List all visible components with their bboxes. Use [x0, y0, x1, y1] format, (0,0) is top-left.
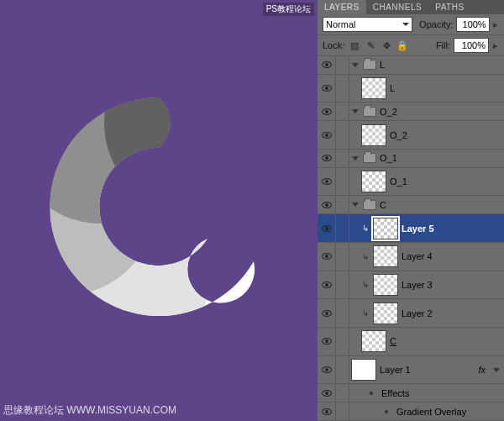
layer-layer4[interactable]: ↳ Layer 4 — [318, 243, 504, 271]
link-column[interactable] — [336, 75, 349, 103]
layer-thumbnail[interactable] — [373, 218, 398, 239]
layer-name-label[interactable]: C — [390, 336, 396, 346]
visibility-toggle[interactable] — [318, 56, 336, 74]
link-column — [336, 384, 349, 402]
visibility-toggle[interactable] — [318, 196, 336, 213]
eye-icon — [322, 408, 332, 415]
layer-name-label[interactable]: Layer 1 — [380, 365, 411, 375]
layer-group-L[interactable]: L — [318, 56, 504, 75]
effects-row[interactable]: Effects — [318, 384, 504, 403]
visibility-toggle[interactable] — [318, 243, 336, 271]
layer-O2[interactable]: O_2 — [318, 121, 504, 150]
layer-name-label[interactable]: O_2 — [390, 130, 407, 140]
layer-group-O1[interactable]: O_1 — [318, 150, 504, 168]
layer-thumbnail[interactable] — [373, 303, 398, 324]
visibility-toggle[interactable] — [318, 121, 336, 149]
visibility-toggle[interactable] — [318, 356, 336, 384]
lock-label: Lock: — [323, 40, 344, 50]
link-column[interactable] — [336, 299, 349, 327]
bullet-icon — [385, 410, 388, 413]
lock-image-pixels-button[interactable]: ✎ — [364, 39, 377, 52]
lock-position-button[interactable]: ✥ — [380, 39, 393, 52]
layer-name-label[interactable]: Layer 5 — [402, 224, 434, 234]
fx-badge[interactable]: fx — [478, 365, 486, 375]
layer-layer3[interactable]: ↳ Layer 3 — [318, 271, 504, 300]
opacity-input[interactable]: 100% — [456, 17, 489, 32]
layer-thumbnail[interactable] — [361, 330, 386, 352]
layer-layer5[interactable]: ↳ Layer 5 — [318, 214, 504, 243]
visibility-toggle[interactable] — [318, 150, 336, 167]
visibility-toggle[interactable] — [318, 328, 336, 355]
clipping-mask-icon: ↳ — [361, 280, 370, 289]
layer-name-label[interactable]: L — [380, 60, 385, 70]
link-column[interactable] — [336, 328, 349, 355]
disclosure-triangle-icon[interactable] — [351, 108, 360, 116]
link-column[interactable] — [336, 150, 349, 167]
opacity-value: 100% — [463, 19, 486, 29]
layer-list[interactable]: L L O_2 O_2 — [318, 56, 504, 421]
layer-L[interactable]: L — [318, 75, 504, 103]
watermark-bottom-left: 思缘教程论坛 WWW.MISSYUAN.COM — [3, 403, 176, 418]
eye-icon — [322, 338, 332, 345]
layer-O1[interactable]: O_1 — [318, 168, 504, 197]
layer-thumbnail[interactable] — [361, 77, 386, 99]
overlay-site-badge: PS教程论坛 — [263, 3, 314, 16]
layer-name-label[interactable]: O_1 — [380, 153, 397, 163]
link-column[interactable] — [336, 214, 349, 242]
link-column[interactable] — [336, 168, 349, 196]
link-column[interactable] — [336, 271, 349, 299]
effect-name-label: Gradient Overlay — [396, 407, 466, 417]
link-column[interactable] — [336, 243, 349, 271]
tab-paths[interactable]: PATHS — [428, 0, 470, 14]
layer-name-label[interactable]: L — [390, 83, 395, 93]
visibility-toggle[interactable] — [318, 103, 336, 120]
eye-icon — [322, 253, 332, 260]
tab-layers[interactable]: LAYERS — [318, 0, 366, 14]
disclosure-triangle-icon[interactable] — [351, 201, 360, 209]
fx-disclosure-icon[interactable] — [492, 366, 501, 374]
link-column[interactable] — [336, 103, 349, 120]
link-column[interactable] — [336, 121, 349, 149]
layer-layer2[interactable]: ↳ Layer 2 — [318, 299, 504, 328]
visibility-toggle[interactable] — [318, 384, 336, 402]
layer-thumbnail[interactable] — [361, 124, 386, 146]
layer-thumbnail[interactable] — [373, 274, 398, 296]
opacity-flyout-icon[interactable]: ▸ — [493, 19, 499, 30]
svg-point-4 — [104, 89, 276, 215]
fill-flyout-icon[interactable]: ▸ — [492, 40, 499, 51]
link-column[interactable] — [336, 356, 349, 384]
visibility-toggle[interactable] — [318, 214, 336, 242]
lock-transparent-pixels-button[interactable]: ▧ — [348, 39, 361, 52]
blend-mode-select[interactable]: Normal — [323, 17, 412, 32]
folder-icon — [363, 153, 376, 163]
layer-name-label[interactable]: C — [380, 200, 386, 210]
layer-group-C[interactable]: C — [318, 196, 504, 214]
visibility-toggle[interactable] — [318, 75, 336, 103]
visibility-toggle[interactable] — [318, 271, 336, 299]
effect-gradient-overlay-row[interactable]: Gradient Overlay — [318, 403, 504, 421]
layer-thumbnail[interactable] — [351, 359, 376, 381]
layer-name-label[interactable]: Layer 4 — [402, 251, 433, 261]
document-canvas[interactable]: PS教程论坛 思缘教程论坛 WWW.MISSYUAN.COM — [0, 0, 318, 421]
link-column[interactable] — [336, 56, 349, 74]
layer-name-label[interactable]: Layer 3 — [402, 280, 433, 290]
disclosure-triangle-icon[interactable] — [351, 154, 360, 162]
lock-all-button[interactable]: 🔒 — [396, 39, 409, 52]
layer-name-label[interactable]: Layer 2 — [402, 308, 433, 318]
eye-icon — [322, 366, 332, 373]
visibility-toggle[interactable] — [318, 403, 336, 420]
opacity-label: Opacity: — [419, 19, 453, 29]
visibility-toggle[interactable] — [318, 168, 336, 196]
layer-name-label[interactable]: O_2 — [380, 107, 397, 117]
visibility-toggle[interactable] — [318, 299, 336, 327]
disclosure-triangle-icon[interactable] — [351, 61, 360, 69]
layer-layer1[interactable]: Layer 1 fx — [318, 356, 504, 385]
fill-input[interactable]: 100% — [454, 38, 489, 53]
layer-group-O2[interactable]: O_2 — [318, 103, 504, 121]
layer-thumbnail[interactable] — [373, 245, 398, 267]
layer-name-label[interactable]: O_1 — [390, 176, 407, 187]
tab-channels[interactable]: CHANNELS — [366, 0, 428, 14]
link-column[interactable] — [336, 196, 349, 213]
layer-C-base[interactable]: C — [318, 328, 504, 356]
layer-thumbnail[interactable] — [361, 171, 386, 192]
